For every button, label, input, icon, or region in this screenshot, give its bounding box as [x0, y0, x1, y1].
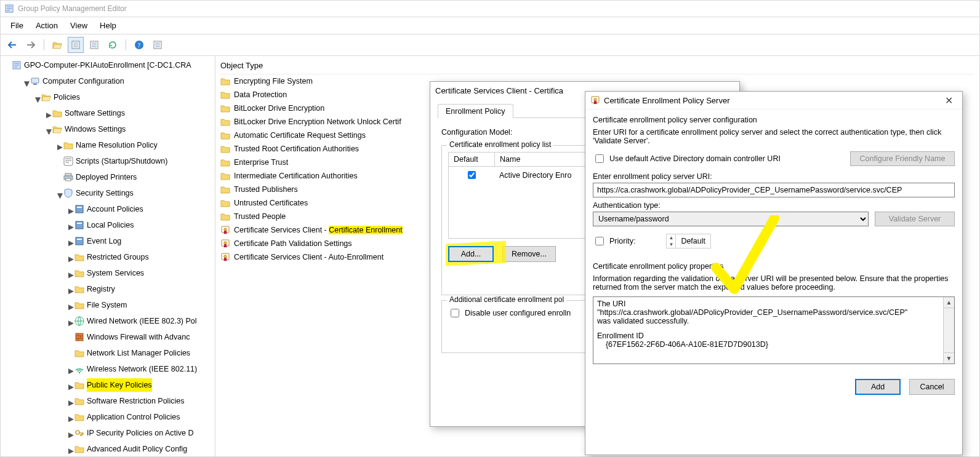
back-button[interactable]: [4, 37, 20, 53]
folder-icon: [220, 117, 230, 127]
tree-deployed-printers[interactable]: Deployed Printers: [63, 170, 137, 184]
expand-icon[interactable]: ⯈: [56, 141, 63, 154]
uri-input[interactable]: [593, 183, 955, 197]
folder-icon: [220, 185, 230, 194]
tree-windows-firewall[interactable]: Windows Firewall with Advanc: [74, 330, 190, 344]
tree-advanced-audit[interactable]: Advanced Audit Policy Config: [74, 442, 187, 456]
expand-icon[interactable]: ⯈: [67, 365, 74, 378]
properties-button[interactable]: [86, 37, 102, 53]
refresh-button[interactable]: [105, 37, 121, 53]
expand-icon[interactable]: ⯈: [67, 237, 74, 250]
remove-button[interactable]: Remove...: [502, 246, 556, 262]
expand-icon[interactable]: ⯈: [67, 205, 74, 218]
up-folder-button[interactable]: [49, 37, 65, 53]
expand-icon[interactable]: ⯈: [67, 381, 74, 394]
tree-public-key-policies[interactable]: Public Key Policies: [74, 378, 152, 392]
tree-software-restriction[interactable]: Software Restriction Policies: [74, 394, 184, 408]
props-header: Certificate enrollment policy properties: [593, 262, 955, 271]
forward-button[interactable]: [23, 37, 39, 53]
spinner-down-icon[interactable]: ▼: [667, 241, 675, 248]
folder-icon: [220, 130, 230, 140]
props-instructions: Information regarding the validation of …: [593, 274, 955, 292]
tree-local-policies[interactable]: Local Policies: [74, 218, 134, 232]
tree-restricted-groups[interactable]: Restricted Groups: [74, 250, 149, 264]
add-button[interactable]: Add...: [448, 246, 494, 262]
folder-icon: [220, 212, 230, 221]
cert-icon: [590, 95, 600, 105]
scrollbar[interactable]: ▲ ▼: [943, 297, 954, 364]
expand-icon[interactable]: ⯈: [67, 429, 74, 442]
row-default-checkbox[interactable]: [468, 171, 476, 179]
expand-icon[interactable]: ⯈: [67, 397, 74, 410]
tree-policies[interactable]: Policies: [41, 90, 80, 104]
tree-software-settings[interactable]: Software Settings: [52, 106, 125, 120]
expand-icon[interactable]: ⯆: [45, 125, 52, 138]
menu-file[interactable]: File: [4, 18, 30, 33]
menu-help[interactable]: Help: [94, 18, 122, 33]
tree-event-log[interactable]: Event Log: [74, 234, 121, 248]
expand-icon[interactable]: ⯈: [67, 221, 74, 234]
tree-wired-network[interactable]: Wired Network (IEEE 802.3) Pol: [74, 314, 197, 328]
dialog-cert-enrollment-policy-server: Certificate Enrollment Policy Server ✕ C…: [585, 91, 963, 455]
expand-icon[interactable]: ⯈: [67, 413, 74, 426]
validation-result-box[interactable]: The URI "https://ca.crashwork.global/ADP…: [593, 296, 955, 364]
list-item-label: Intermediate Certification Authorities: [234, 172, 358, 180]
disable-user-configured-checkbox[interactable]: Disable user configured enrolln: [448, 307, 571, 319]
scroll-up-icon[interactable]: ▲: [944, 297, 954, 308]
expand-icon[interactable]: ⯆: [34, 93, 41, 106]
close-icon[interactable]: ✕: [940, 95, 957, 106]
show-hide-tree-button[interactable]: [68, 37, 84, 53]
folder-icon: [220, 90, 230, 100]
tree-ip-security[interactable]: IP Security Policies on Active D: [74, 426, 193, 440]
list-column-header[interactable]: Object Type: [220, 58, 974, 74]
app-icon: [4, 4, 14, 14]
expand-icon[interactable]: ⯈: [45, 109, 52, 122]
dialog-title-bar[interactable]: Certificate Enrollment Policy Server ✕: [585, 92, 962, 109]
tree-file-system[interactable]: File System: [74, 298, 127, 312]
tree-security-settings[interactable]: Security Settings: [63, 186, 134, 200]
scroll-down-icon[interactable]: ▼: [944, 352, 954, 364]
tree-account-policies[interactable]: Account Policies: [74, 202, 143, 216]
priority-checkbox[interactable]: Priority:: [593, 235, 635, 247]
add-button[interactable]: Add: [855, 379, 901, 395]
list-item-label: Data Protection: [234, 90, 287, 99]
expand-icon[interactable]: ⯈: [67, 317, 74, 330]
tree-pane[interactable]: GPO-Computer-PKIAutoEnrollment [C-DC1.CR…: [1, 56, 215, 456]
col-default[interactable]: Default: [449, 153, 495, 166]
menu-view[interactable]: View: [64, 18, 94, 33]
configure-friendly-name-button[interactable]: Configure Friendly Name: [850, 151, 955, 166]
tree-root[interactable]: GPO-Computer-PKIAutoEnrollment [C-DC1.CR…: [12, 58, 191, 72]
cancel-button[interactable]: Cancel: [909, 379, 955, 395]
auth-type-select[interactable]: Username/password: [593, 212, 869, 226]
tree-windows-settings[interactable]: Windows Settings: [52, 122, 126, 136]
expand-icon[interactable]: ⯈: [67, 253, 74, 266]
folder-icon: [220, 103, 230, 113]
filter-button[interactable]: [150, 37, 166, 53]
validate-server-button[interactable]: Validate Server: [875, 212, 955, 226]
config-header: Certificate enrollment policy server con…: [593, 116, 955, 124]
tree-registry[interactable]: Registry: [74, 282, 115, 296]
tree-computer-configuration[interactable]: Computer Configuration: [30, 74, 124, 88]
expand-icon[interactable]: ⯈: [67, 285, 74, 298]
expand-icon[interactable]: ⯆: [23, 77, 30, 90]
folder-icon: [220, 252, 230, 262]
priority-spinner[interactable]: ▲▼ Default: [666, 234, 711, 248]
menu-action[interactable]: Action: [30, 18, 64, 33]
folder-icon: [220, 225, 230, 235]
folder-icon: [220, 239, 230, 248]
tree-application-control[interactable]: Application Control Policies: [74, 410, 180, 424]
tree-wireless-network[interactable]: Wireless Network (IEEE 802.11): [74, 362, 197, 376]
expand-icon[interactable]: ⯈: [67, 269, 74, 282]
use-default-dc-checkbox[interactable]: Use default Active Directory domain cont…: [593, 153, 781, 165]
spinner-up-icon[interactable]: ▲: [667, 234, 675, 241]
expand-icon[interactable]: ⯈: [67, 445, 74, 456]
list-item-label: Enterprise Trust: [234, 158, 288, 167]
tree-network-list[interactable]: Network List Manager Policies: [74, 346, 190, 360]
tree-scripts[interactable]: Scripts (Startup/Shutdown): [63, 154, 167, 168]
tab-enrollment-policy[interactable]: Enrollment Policy: [438, 104, 513, 118]
tree-name-resolution[interactable]: Name Resolution Policy: [63, 138, 158, 152]
tree-system-services[interactable]: System Services: [74, 266, 144, 280]
expand-icon[interactable]: ⯆: [56, 189, 63, 202]
expand-icon[interactable]: ⯈: [67, 301, 74, 314]
help-button[interactable]: [131, 37, 147, 53]
